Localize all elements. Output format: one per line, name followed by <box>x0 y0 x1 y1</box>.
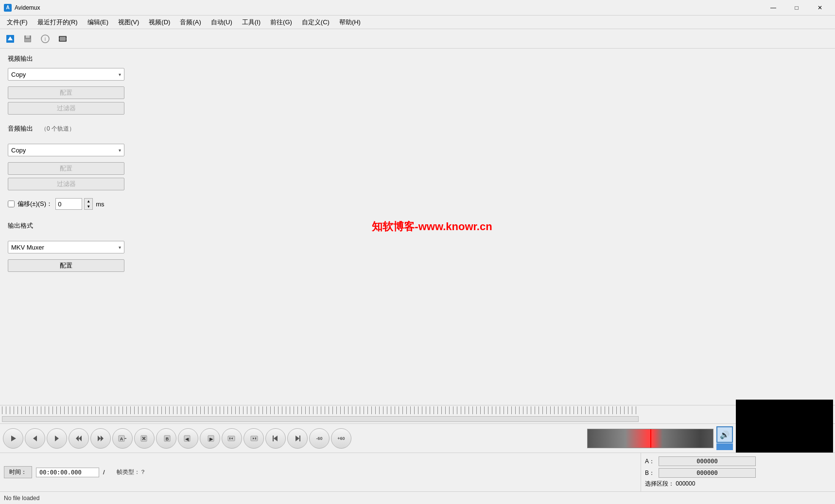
svg-marker-17 <box>79 436 82 441</box>
svg-marker-40 <box>296 436 299 441</box>
offset-spinner: ▲ ▼ <box>55 198 93 210</box>
time-display-area: 时间： / 帧类型：？ <box>0 453 641 491</box>
chevron-down-icon-3: ▾ <box>119 245 121 250</box>
svg-rect-8 <box>60 37 66 41</box>
selection-row: 选择区段： 000000 <box>645 480 831 488</box>
goto-b-button[interactable]: |▶ <box>200 428 220 449</box>
svg-text:B: B <box>166 437 169 441</box>
selection-value: 000000 <box>676 480 695 487</box>
mark-a-button[interactable]: A <box>112 428 133 449</box>
save-icon <box>23 34 33 44</box>
svg-rect-41 <box>299 436 300 441</box>
b-label: B： <box>645 469 655 477</box>
app-title: Avidemux <box>15 4 762 11</box>
format-dropdown[interactable]: MKV Muxer ▾ <box>8 241 124 253</box>
maximize-button[interactable]: □ <box>785 0 808 16</box>
time-current-input[interactable] <box>36 468 99 477</box>
format-value: MKV Muxer <box>11 244 44 251</box>
menu-auto[interactable]: 自动(U) <box>206 16 237 29</box>
audio-codec-value: Copy <box>11 147 26 154</box>
video-codec-value: Copy <box>11 71 26 78</box>
frame-type-label: 帧类型：？ <box>117 468 146 476</box>
svg-text:◀|: ◀| <box>185 437 189 441</box>
svg-rect-4 <box>25 39 31 42</box>
status-bar: No file loaded <box>0 491 835 504</box>
prev-keyframe-button[interactable] <box>222 428 242 449</box>
audio-output-label: 音频输出 <box>8 124 33 133</box>
goto-a-button[interactable]: ◀| <box>178 428 198 449</box>
menu-view[interactable]: 视图(V) <box>113 16 144 29</box>
menu-tools[interactable]: 工具(I) <box>237 16 265 29</box>
svg-rect-9 <box>59 37 60 38</box>
volume-slider[interactable] <box>716 443 733 450</box>
go-start-button[interactable] <box>265 428 286 449</box>
next-keyframe-button[interactable] <box>244 428 264 449</box>
offset-label: 偏移(±)(S)： <box>17 200 52 208</box>
video-config-btn[interactable]: 配置 <box>8 86 124 99</box>
chevron-down-icon: ▾ <box>119 72 121 77</box>
toolbar-open-btn[interactable] <box>2 32 18 46</box>
time-label: 时间： <box>4 466 32 478</box>
rewind-button[interactable] <box>69 428 89 449</box>
offset-checkbox[interactable] <box>8 201 15 207</box>
volume-button[interactable]: 🔊 <box>716 426 733 443</box>
plus60-button[interactable]: +60 <box>331 428 351 449</box>
b-value: 000000 <box>659 468 756 478</box>
mark-b-button[interactable]: B <box>156 428 176 449</box>
spinner-up-btn[interactable]: ▲ <box>85 199 92 204</box>
menu-audio[interactable]: 音频(A) <box>175 16 206 29</box>
selection-label-text: 选择区段： <box>645 480 674 487</box>
menu-help[interactable]: 帮助(H) <box>334 16 365 29</box>
play-button[interactable] <box>3 428 23 449</box>
minus60-button[interactable]: -60 <box>309 428 330 449</box>
menu-edit[interactable]: 编辑(E) <box>83 16 113 29</box>
left-panel: 视频输出 Copy ▾ 配置 过滤器 音频输出 （0 个轨道） Copy ▾ 配… <box>0 49 156 405</box>
menu-goto[interactable]: 前往(G) <box>265 16 297 29</box>
svg-rect-10 <box>59 40 60 41</box>
toolbar-film-btn[interactable] <box>54 32 71 46</box>
svg-rect-12 <box>66 40 67 41</box>
svg-text:|▶: |▶ <box>209 437 213 441</box>
fast-forward-button[interactable] <box>90 428 111 449</box>
a-row: A： 000000 <box>645 456 831 466</box>
clear-mark-button[interactable] <box>134 428 155 449</box>
video-filter-btn[interactable]: 过滤器 <box>8 102 124 115</box>
seek-bar[interactable] <box>2 416 639 422</box>
chevron-down-icon-2: ▾ <box>119 148 121 153</box>
spinner-down-btn[interactable]: ▼ <box>85 204 92 209</box>
toolbar-save-btn[interactable] <box>19 32 36 46</box>
svg-marker-14 <box>33 436 37 441</box>
waveform-cursor <box>650 429 651 448</box>
close-button[interactable]: ✕ <box>809 0 831 16</box>
minimize-button[interactable]: — <box>762 0 784 16</box>
svg-rect-11 <box>66 37 67 38</box>
menu-video[interactable]: 视频(D) <box>144 16 175 29</box>
frame-type-value: ？ <box>140 469 146 475</box>
center-area: 知软博客-www.knowr.cn <box>156 49 709 405</box>
offset-input[interactable] <box>55 198 82 210</box>
svg-marker-19 <box>101 436 104 441</box>
next-frame-button[interactable] <box>47 428 67 449</box>
audio-filter-btn[interactable]: 过滤器 <box>8 178 124 190</box>
toolbar-info-btn[interactable]: i <box>37 32 53 46</box>
a-label: A： <box>645 457 655 466</box>
open-icon <box>5 34 15 44</box>
svg-rect-37 <box>255 437 256 439</box>
svg-rect-34 <box>229 437 230 439</box>
output-format-label: 输出格式 <box>8 221 148 230</box>
video-codec-dropdown[interactable]: Copy ▾ <box>8 68 124 81</box>
svg-marker-16 <box>76 436 79 441</box>
menu-recent[interactable]: 最近打开的(R) <box>33 16 83 29</box>
menu-file[interactable]: 文件(F) <box>2 16 33 29</box>
go-end-button[interactable] <box>287 428 308 449</box>
toolbar: i <box>0 29 835 49</box>
format-config-btn[interactable]: 配置 <box>8 259 124 272</box>
audio-codec-dropdown[interactable]: Copy ▾ <box>8 144 124 156</box>
menu-custom[interactable]: 自定义(C) <box>297 16 334 29</box>
watermark-text: 知软博客-www.knowr.cn <box>372 219 492 234</box>
audio-tracks-label: （0 个轨道） <box>41 125 75 133</box>
audio-config-btn[interactable]: 配置 <box>8 162 124 175</box>
prev-frame-button[interactable] <box>25 428 45 449</box>
volume-control: 🔊 <box>716 426 733 450</box>
svg-rect-3 <box>26 35 30 38</box>
